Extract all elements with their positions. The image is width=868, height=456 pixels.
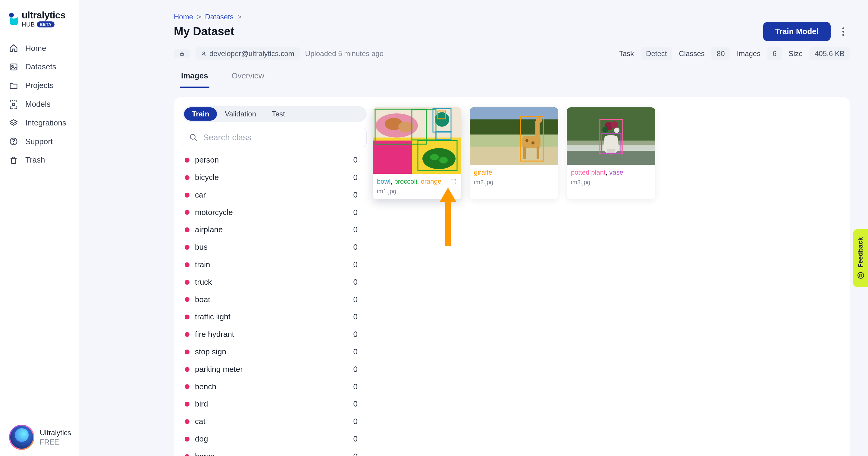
layers-icon	[9, 118, 18, 127]
image-card[interactable]: potted plant, vase im3.jpg	[567, 107, 655, 199]
class-row[interactable]: parking meter0	[183, 361, 361, 378]
train-model-button[interactable]: Train Model	[763, 22, 831, 41]
class-name: bird	[195, 399, 208, 409]
sidebar-item-integrations[interactable]: Integrations	[9, 118, 73, 128]
svg-point-4	[13, 143, 14, 144]
sidebar-nav: Home Datasets Projects Models Integratio…	[9, 44, 73, 166]
svg-point-17	[439, 157, 448, 164]
sidebar-item-support[interactable]: Support	[9, 137, 73, 147]
split-toggle: Train Validation Test	[183, 106, 367, 122]
lock-icon	[179, 51, 185, 56]
svg-point-34	[525, 139, 528, 142]
class-count: 0	[353, 207, 358, 218]
class-row[interactable]: airplane0	[183, 221, 361, 238]
split-test[interactable]: Test	[264, 107, 293, 121]
class-row[interactable]: bird0	[183, 395, 361, 413]
class-row[interactable]: cat0	[183, 413, 361, 430]
class-count: 0	[353, 277, 358, 287]
footer-plan: FREE	[40, 437, 71, 447]
svg-point-48	[858, 272, 864, 278]
svg-point-31	[536, 117, 542, 123]
feedback-tab[interactable]: Feedback	[853, 229, 868, 287]
split-validation[interactable]: Validation	[217, 107, 264, 121]
sidebar-item-projects[interactable]: Projects	[9, 81, 73, 91]
image-card[interactable]: giraffe im2.jpg	[470, 107, 558, 199]
class-name: person	[195, 155, 219, 165]
svg-point-45	[614, 127, 619, 133]
search-input[interactable]	[203, 133, 360, 143]
class-row[interactable]: dog0	[183, 430, 361, 448]
class-row[interactable]: stop sign0	[183, 343, 361, 361]
stat-value-size: 405.6 KB	[809, 47, 850, 60]
sidebar-item-models[interactable]: Models	[9, 99, 73, 110]
tab-images[interactable]: Images	[180, 68, 209, 88]
class-name: bicycle	[195, 172, 219, 183]
search-class[interactable]	[183, 128, 367, 147]
owner-chip: developer@ultralytics.com	[195, 47, 300, 60]
tab-overview[interactable]: Overview	[230, 68, 266, 88]
class-row[interactable]: truck0	[183, 274, 361, 291]
avatar[interactable]	[9, 425, 34, 450]
breadcrumb-datasets[interactable]: Datasets	[205, 13, 234, 21]
class-name: horse	[195, 452, 215, 456]
class-count: 0	[353, 312, 358, 322]
breadcrumb-sep: >	[197, 13, 201, 21]
class-row[interactable]: traffic light0	[183, 308, 361, 326]
sidebar-item-label: Integrations	[25, 118, 66, 128]
image-card[interactable]: bowl, broccoli, orange im1.jpg	[373, 107, 461, 199]
brand-subtitle: HUB	[22, 21, 35, 28]
svg-point-49	[861, 276, 862, 276]
class-row[interactable]: person0	[183, 151, 361, 169]
brand-name: ultralytics	[22, 9, 66, 22]
expand-button[interactable]	[450, 178, 457, 185]
class-count: 0	[353, 155, 358, 165]
class-row[interactable]: bench0	[183, 378, 361, 396]
class-list[interactable]: person0bicycle0car0motorcycle0airplane0b…	[183, 151, 367, 456]
sidebar-item-label: Home	[25, 44, 46, 54]
class-row[interactable]: bus0	[183, 238, 361, 256]
class-row[interactable]: bicycle0	[183, 169, 361, 187]
class-count: 0	[353, 347, 358, 357]
class-name: cat	[195, 417, 206, 427]
page-title: My Dataset	[174, 24, 235, 39]
class-row[interactable]: motorcycle0	[183, 204, 361, 221]
privacy-chip	[174, 49, 190, 58]
class-count: 0	[353, 434, 358, 444]
class-row[interactable]: fire hydrant0	[183, 326, 361, 343]
sidebar-item-trash[interactable]: Trash	[9, 155, 73, 165]
beta-badge: BETA	[37, 21, 55, 27]
class-dot	[185, 454, 189, 456]
breadcrumb-sep: >	[238, 13, 242, 21]
image-labels: giraffe	[474, 168, 554, 177]
class-row[interactable]: car0	[183, 187, 361, 204]
class-row[interactable]: train0	[183, 256, 361, 274]
sidebar-item-label: Models	[25, 99, 51, 110]
home-icon	[9, 44, 18, 53]
split-train[interactable]: Train	[184, 107, 217, 121]
class-count: 0	[353, 260, 358, 270]
class-row[interactable]: boat0	[183, 291, 361, 309]
image-labels: bowl, broccoli, orange	[377, 177, 457, 186]
sidebar-item-label: Support	[25, 137, 53, 147]
class-count: 0	[353, 242, 358, 252]
stat-label-task: Task	[619, 49, 634, 58]
class-dot	[185, 367, 189, 372]
sidebar-item-datasets[interactable]: Datasets	[9, 62, 73, 72]
ultralytics-mark-icon	[9, 13, 19, 25]
smile-icon	[857, 272, 865, 279]
class-row[interactable]: horse0	[183, 448, 361, 456]
image-thumbnail	[373, 107, 461, 174]
class-count: 0	[353, 399, 358, 409]
class-name: parking meter	[195, 364, 243, 375]
class-dot	[185, 280, 189, 285]
more-actions-button[interactable]	[837, 25, 850, 38]
class-dot	[185, 175, 189, 180]
image-filename: im3.jpg	[571, 178, 651, 186]
class-dot	[185, 332, 189, 337]
svg-rect-33	[536, 147, 539, 159]
svg-point-44	[602, 127, 608, 133]
uploaded-time: Uploaded 5 minutes ago	[305, 49, 383, 58]
svg-point-50	[859, 276, 860, 276]
sidebar-item-home[interactable]: Home	[9, 44, 73, 54]
breadcrumb-home[interactable]: Home	[174, 13, 193, 21]
